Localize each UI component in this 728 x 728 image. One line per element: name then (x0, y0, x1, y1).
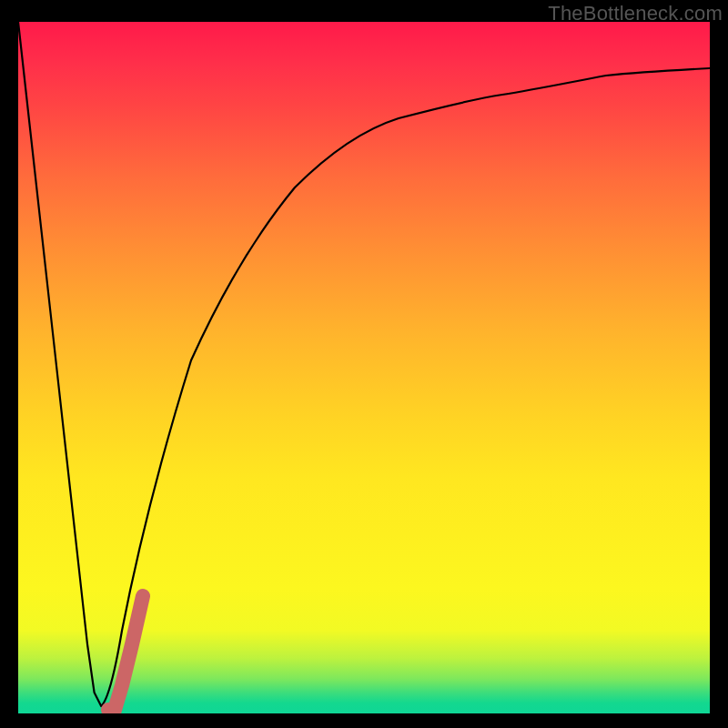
bottleneck-curve-path (18, 22, 710, 706)
chart-container: TheBottleneck.com (0, 0, 728, 728)
watermark-text: TheBottleneck.com (548, 2, 723, 25)
curve-layer (18, 22, 710, 713)
plot-area (18, 22, 710, 713)
